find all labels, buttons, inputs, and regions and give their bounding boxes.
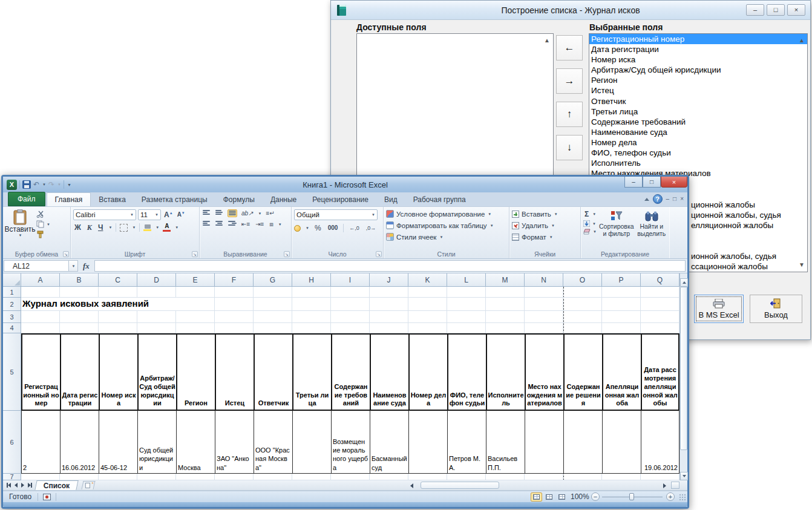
cell-G5[interactable]: Ответчик [254, 333, 292, 411]
column-header-O[interactable]: O [563, 273, 602, 287]
cell-N5[interactable]: Место нахождения материалов [525, 333, 563, 411]
tab-Данные[interactable]: Данные [263, 193, 304, 206]
align-right-icon[interactable] [228, 220, 237, 228]
underline-button[interactable]: Ч [97, 223, 104, 232]
cell-C4[interactable] [99, 323, 137, 333]
sheet-tab-spisok[interactable]: Список [34, 480, 79, 490]
name-box-dropdown[interactable]: ▼ [69, 260, 78, 272]
cell-M3[interactable] [486, 311, 525, 323]
list-item[interactable]: Номер иска [589, 54, 807, 65]
list-item[interactable]: Регистрационный номер [589, 34, 807, 44]
cell-D5[interactable]: Арбитраж/Суд общей юрисдикции [137, 333, 176, 411]
column-header-G[interactable]: G [254, 273, 292, 287]
normal-view-button[interactable] [531, 492, 542, 502]
column-header-I[interactable]: I [331, 273, 370, 287]
tab-Главная[interactable]: Главная [47, 192, 91, 206]
cell-P1[interactable] [602, 287, 641, 298]
decrease-decimal-icon[interactable]: ,0→ [365, 225, 378, 232]
cell-O5[interactable]: Содержание решения [563, 333, 602, 411]
scrollbar-thumb[interactable] [680, 287, 687, 450]
horizontal-scrollbar-thumb[interactable] [421, 482, 499, 489]
zoom-slider-thumb[interactable] [629, 493, 634, 500]
save-icon[interactable] [22, 180, 31, 189]
cell-K7[interactable] [408, 474, 447, 480]
scroll-up-icon[interactable]: ▲ [544, 38, 550, 44]
cell-M7[interactable] [486, 474, 525, 480]
cell-G7[interactable] [254, 474, 292, 480]
row-header-3[interactable]: 3 [3, 311, 21, 323]
page-break-view-button[interactable] [556, 492, 568, 502]
worksheet-grid[interactable]: ABCDEFGHIJKLMNOPQ 12Журнал исковых заявл… [3, 273, 679, 480]
window-maximize-button[interactable]: □ [643, 177, 661, 188]
format-as-table-button[interactable]: Форматировать как таблицу ▼ [386, 220, 506, 231]
merge-center-icon[interactable]: ⧈ [268, 221, 274, 228]
cell-M1[interactable] [486, 287, 525, 298]
cell-I6[interactable]: Возмещение морального ущерба [331, 411, 370, 474]
cell-G1[interactable] [254, 287, 292, 298]
vertical-scrollbar[interactable] [679, 273, 687, 480]
cell-E5[interactable]: Регион [176, 333, 215, 411]
align-center-icon[interactable] [215, 220, 224, 228]
excel-app-icon[interactable]: X [7, 180, 17, 190]
cell-Q6[interactable]: 19.06.2012 [641, 411, 679, 474]
list-item[interactable]: Содержание требований [589, 117, 807, 127]
row-header-6[interactable]: 6 [3, 411, 21, 474]
cell-L2[interactable] [447, 298, 486, 311]
workbook-minimize-icon[interactable]: – [666, 196, 670, 202]
cell-K5[interactable]: Номер дела [408, 333, 447, 411]
zoom-in-button[interactable]: + [666, 492, 675, 501]
cell-A2[interactable]: Журнал исковых заявлений [21, 298, 60, 311]
chevron-down-icon[interactable]: ▼ [306, 226, 309, 230]
cell-F5[interactable]: Истец [215, 333, 254, 411]
cell-P6[interactable] [602, 411, 641, 474]
cell-I2[interactable] [331, 298, 370, 311]
font-name-combo[interactable]: Calibri ▼ [73, 209, 136, 220]
collapse-ribbon-icon[interactable] [644, 198, 649, 201]
cell-E2[interactable] [176, 298, 215, 311]
cell-O7[interactable] [563, 474, 602, 480]
cell-F4[interactable] [215, 323, 254, 333]
cell-I4[interactable] [331, 323, 370, 333]
move-down-button[interactable]: ↓ [556, 135, 583, 160]
insert-function-button[interactable]: fx [78, 261, 94, 271]
list-item[interactable]: Истец [589, 85, 807, 96]
italic-button[interactable]: К [86, 223, 93, 232]
cell-H7[interactable] [292, 474, 331, 480]
column-header-M[interactable]: M [486, 273, 525, 287]
move-up-button[interactable]: ↑ [556, 102, 583, 127]
increase-indent-icon[interactable]: ⇥≡ [254, 221, 265, 228]
column-header-A[interactable]: A [21, 273, 60, 287]
cell-C3[interactable] [99, 311, 137, 323]
cell-H2[interactable] [292, 298, 331, 311]
cell-N1[interactable] [525, 287, 563, 298]
cell-A3[interactable] [21, 311, 60, 323]
hscroll-right-button[interactable] [660, 482, 669, 489]
paste-button[interactable]: Вставить ▼ [5, 209, 34, 237]
list-item[interactable]: Арбитраж/Суд общей юрисдикции [589, 65, 807, 75]
autosum-button[interactable]: Σ▼ [583, 210, 597, 218]
move-right-button[interactable]: → [556, 68, 583, 94]
cell-F3[interactable] [215, 311, 254, 323]
cell-G6[interactable]: ООО "Красная Москва" [254, 411, 292, 474]
dialog-launcher-icon[interactable]: ↘ [192, 251, 198, 257]
cell-B5[interactable]: Дата регистрации [60, 333, 99, 411]
cell-E4[interactable] [176, 323, 215, 333]
cell-A7[interactable] [21, 474, 60, 480]
excel-title-bar[interactable]: X ↶▼ ↷▼ ▼ Книга1 - Microsoft Excel – □ × [3, 177, 687, 192]
chevron-down-icon[interactable]: ▼ [42, 183, 46, 186]
cell-E6[interactable]: Москва [176, 411, 215, 474]
cell-M2[interactable] [486, 298, 525, 311]
cell-N4[interactable] [525, 323, 563, 333]
cell-L5[interactable]: ФИО, телефон судьи [447, 333, 486, 411]
cell-O6[interactable] [563, 411, 602, 474]
help-icon[interactable]: ? [653, 194, 663, 204]
list-item[interactable]: Ответчик [589, 96, 807, 106]
cell-Q5[interactable]: Дата рассмотрения апелляционной жалобы [641, 333, 679, 411]
delete-cells-button[interactable]: Удалить ▼ [512, 220, 578, 231]
bold-button[interactable]: Ж [73, 223, 82, 232]
column-header-C[interactable]: C [99, 273, 137, 287]
row-header-5[interactable]: 5 [3, 333, 21, 411]
chevron-down-icon[interactable]: ▼ [57, 183, 61, 186]
column-header-K[interactable]: K [408, 273, 447, 287]
column-header-E[interactable]: E [176, 273, 215, 287]
